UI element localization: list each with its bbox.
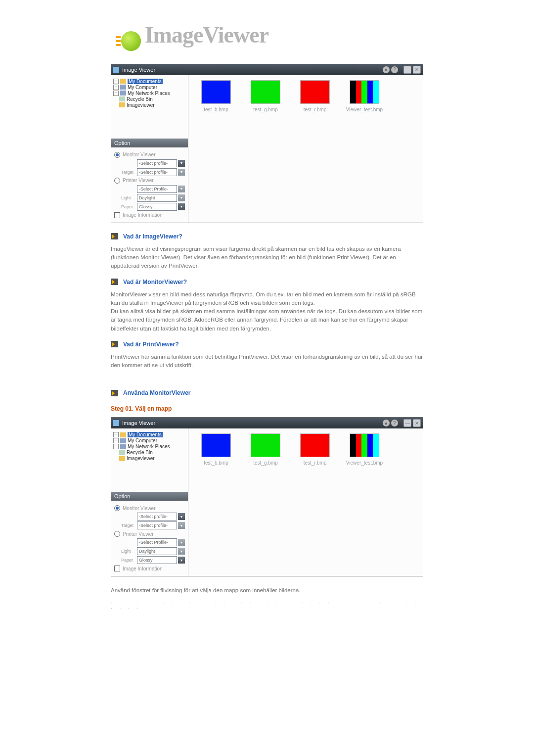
- printer-light-select[interactable]: LightDaylight▾: [121, 547, 185, 555]
- tree-item-network[interactable]: +My Network Places: [113, 91, 186, 96]
- chevron-down-icon[interactable]: ▾: [178, 203, 185, 210]
- minimize-button[interactable]: —: [403, 66, 411, 74]
- tree-item-imageviewer[interactable]: Imageviewer: [113, 102, 186, 108]
- close-button[interactable]: ✕: [413, 419, 421, 427]
- chevron-down-icon[interactable]: ▾: [178, 522, 185, 529]
- heading-text: Använda MonitorViewer: [123, 389, 190, 396]
- thumb-item[interactable]: test_r.bmp: [290, 80, 340, 112]
- chevron-down-icon[interactable]: ▾: [178, 169, 185, 176]
- chevron-down-icon[interactable]: ▾: [178, 186, 185, 192]
- printer-viewer-radio[interactable]: Printer Viewer: [114, 531, 185, 537]
- imageviewer-window-step: Image Viewer ● ? — ✕ +My Documents +My C…: [111, 417, 423, 576]
- help-button[interactable]: ?: [391, 420, 398, 426]
- monitor-profile-select[interactable]: -Select profile-▾: [121, 513, 185, 520]
- radio-label: Monitor Viewer: [123, 506, 156, 511]
- select-value: Daylight: [137, 194, 177, 202]
- printer-paper-select[interactable]: PaperGlossy▾: [121, 556, 185, 564]
- chevron-down-icon[interactable]: ▾: [178, 513, 185, 520]
- divider-dots: · · · · · · · · · · · · · · · · · · · · …: [111, 600, 423, 611]
- printer-paper-select[interactable]: PaperGlossy▾: [121, 203, 185, 211]
- app-icon: [113, 67, 119, 73]
- tree-item-my-computer[interactable]: +My Computer: [113, 85, 186, 90]
- thumb-item[interactable]: test_g.bmp: [241, 80, 290, 112]
- section-heading-use-monitorviewer: Använda MonitorViewer: [111, 389, 423, 396]
- folder-tree[interactable]: +My Documents +My Computer +My Network P…: [111, 75, 188, 139]
- paragraph: MonitorViewer visar en bild med dess nat…: [111, 290, 423, 333]
- folder-tree[interactable]: +My Documents +My Computer +My Network P…: [111, 428, 188, 492]
- minimize-button[interactable]: —: [403, 419, 411, 427]
- tree-item-my-documents[interactable]: +My Documents: [113, 432, 186, 437]
- expand-icon[interactable]: +: [113, 79, 119, 84]
- thumb-item[interactable]: Viewer_test.bmp: [340, 433, 389, 466]
- thumb-item[interactable]: test_g.bmp: [241, 433, 290, 466]
- printer-light-select[interactable]: LightDaylight▾: [121, 194, 185, 202]
- thumb-item[interactable]: test_b.bmp: [191, 433, 241, 466]
- image-information-check[interactable]: Image Information: [114, 566, 185, 571]
- image-information-check[interactable]: Image Information: [114, 212, 185, 218]
- expand-icon[interactable]: +: [113, 85, 119, 90]
- option-header: Option: [111, 492, 188, 501]
- chevron-down-icon[interactable]: ▾: [178, 160, 185, 167]
- thumb-label: test_g.bmp: [253, 460, 277, 466]
- monitor-profile-select[interactable]: -Select profile-▾: [121, 159, 185, 167]
- select-value: Glossy: [137, 556, 177, 564]
- folder-icon: [119, 102, 125, 107]
- chevron-down-icon[interactable]: ▾: [178, 194, 185, 201]
- chevron-down-icon[interactable]: ▾: [178, 548, 185, 555]
- checkbox-icon: [114, 212, 120, 218]
- tree-item-recycle[interactable]: Recycle Bin: [113, 450, 186, 455]
- select-value: -Select profile-: [137, 513, 177, 520]
- monitor-viewer-radio[interactable]: Monitor Viewer: [114, 505, 185, 511]
- tree-label: Imageviewer: [127, 102, 155, 108]
- option-panel: Monitor Viewer -Select profile-▾ Target-…: [111, 147, 188, 223]
- tree-item-recycle[interactable]: Recycle Bin: [113, 96, 186, 102]
- tree-item-imageviewer[interactable]: Imageviewer: [113, 456, 186, 461]
- folder-icon: [120, 79, 126, 84]
- thumb-item[interactable]: test_r.bmp: [290, 433, 340, 466]
- heading-text: Vad är ImageViewer?: [123, 233, 182, 240]
- chevron-down-icon[interactable]: ▾: [178, 539, 185, 546]
- tree-item-my-documents[interactable]: +My Documents: [113, 79, 186, 84]
- thumb-label: test_b.bmp: [204, 460, 228, 466]
- expand-icon[interactable]: +: [113, 438, 119, 443]
- monitor-target-select[interactable]: Target-Select profile-▾: [121, 521, 185, 529]
- select-label: Target: [121, 170, 137, 175]
- monitor-target-select[interactable]: Target-Select profile-▾: [121, 168, 185, 176]
- titlebar-btn-a[interactable]: ●: [383, 66, 390, 73]
- help-button[interactable]: ?: [391, 66, 398, 73]
- tree-item-network[interactable]: +My Network Places: [113, 444, 186, 449]
- window-title: Image Viewer: [122, 420, 155, 426]
- expand-icon[interactable]: +: [113, 444, 119, 449]
- select-label: Paper: [121, 204, 137, 209]
- tree-item-my-computer[interactable]: +My Computer: [113, 438, 186, 443]
- thumbnail-image: [350, 433, 379, 457]
- tree-label: My Network Places: [128, 444, 170, 449]
- titlebar: Image Viewer ● ? — ✕: [111, 418, 423, 428]
- titlebar-btn-a[interactable]: ●: [383, 420, 390, 426]
- thumb-label: test_r.bmp: [304, 107, 327, 112]
- select-label: Light: [121, 549, 137, 554]
- thumb-item[interactable]: Viewer_test.bmp: [340, 80, 389, 112]
- app-icon: [113, 420, 119, 426]
- printer-profile-select[interactable]: -Select Profile-▾: [121, 185, 185, 193]
- network-icon: [120, 444, 126, 449]
- thumb-item[interactable]: test_b.bmp: [191, 80, 241, 112]
- printer-viewer-radio[interactable]: Printer Viewer: [114, 178, 185, 184]
- close-button[interactable]: ✕: [413, 66, 421, 74]
- check-label: Image Information: [123, 566, 163, 571]
- thumbnail-image: [251, 433, 280, 457]
- expand-icon[interactable]: +: [113, 432, 119, 437]
- computer-icon: [120, 85, 126, 90]
- radio-label: Monitor Viewer: [123, 152, 156, 157]
- monitor-viewer-radio[interactable]: Monitor Viewer: [114, 152, 185, 158]
- tree-label: My Computer: [128, 85, 157, 90]
- thumbnail-image: [300, 80, 330, 104]
- thumbnail-image: [350, 80, 379, 104]
- expand-icon[interactable]: +: [113, 91, 119, 96]
- check-label: Image Information: [123, 212, 163, 218]
- select-label: Target: [121, 523, 137, 528]
- tree-label: My Computer: [128, 438, 157, 443]
- bullet-icon: [111, 233, 118, 239]
- chevron-down-icon[interactable]: ▾: [178, 557, 185, 564]
- printer-profile-select[interactable]: -Select Profile-▾: [121, 538, 185, 546]
